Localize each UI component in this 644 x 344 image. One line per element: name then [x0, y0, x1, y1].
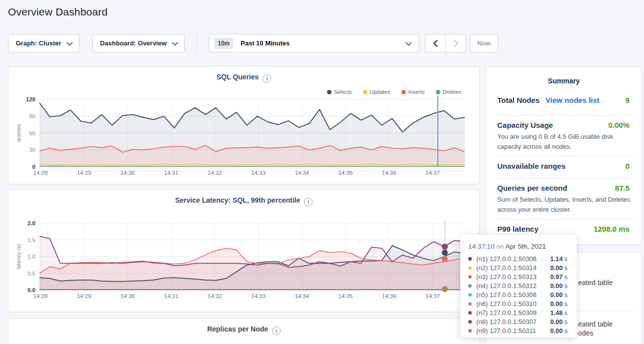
tooltip-node-label: (n8) 127.0.0.1:50307 — [476, 318, 550, 326]
y-tick-label: 30 — [29, 147, 35, 153]
tooltip-value: 0.00 — [550, 291, 563, 299]
x-tick-label: 14:29 — [77, 293, 91, 299]
x-tick-label: 14:36 — [382, 293, 396, 299]
tooltip-value: 0.00 — [550, 282, 563, 290]
series-dot — [468, 275, 472, 279]
graph-scope-dropdown[interactable]: Graph: Cluster — [8, 34, 79, 52]
tooltip-node-label: (n3) 127.0.0.1:50313 — [476, 273, 550, 281]
qps-description: Sum of Selects, Updates, Inserts, and De… — [497, 195, 639, 215]
divider — [497, 115, 634, 115]
tooltip-value: 0.97 — [550, 273, 563, 281]
time-nav-group — [425, 34, 466, 52]
x-tick-label: 14:29 — [77, 170, 91, 176]
tooltip-value: 0.00 — [550, 300, 563, 308]
event-row-fragment: eated table — [578, 320, 613, 328]
event-row-fragment: eated table — [578, 279, 613, 287]
tooltip-value: 1.48 — [550, 309, 563, 317]
p99-latency-row: P99 latency 1208.0 ms — [497, 225, 630, 233]
tooltip-node-label: (n9) 127.0.0.1:50311 — [476, 327, 550, 335]
tooltip-row: (n2) 127.0.0.1:503140.00s — [468, 263, 570, 272]
y-tick-label: 60 — [29, 130, 35, 136]
p99-latency-value: 1208.0 ms — [594, 225, 630, 233]
graph-scope-label: Graph: Cluster — [15, 39, 61, 47]
time-prev-button[interactable] — [425, 34, 445, 52]
x-tick-label: 14:30 — [120, 170, 135, 176]
tooltip-row: (n6) 127.0.0.1:503100.00s — [468, 299, 570, 308]
tooltip-on: on — [496, 243, 504, 250]
y-tick-label: 0.5 — [27, 271, 35, 277]
tooltip-row: (n7) 127.0.0.1:503091.48s — [468, 308, 570, 317]
info-icon[interactable]: i — [272, 327, 281, 335]
tooltip-row: (n4) 127.0.0.1:503120.00s — [468, 281, 570, 290]
x-tick-label: 14:37 — [425, 293, 440, 299]
tooltip-node-label: (n5) 127.0.0.1:50308 — [476, 291, 550, 299]
x-tick-label: 14:34 — [295, 170, 309, 176]
divider — [497, 178, 634, 178]
y-axis-title: latency (s) — [15, 244, 21, 270]
hover-dot — [442, 244, 448, 250]
tooltip-timestamp: 14:37:10 on Apr 5th, 2021 — [468, 243, 570, 250]
time-range-label: Past 10 Minutes — [241, 39, 290, 47]
capacity-description: You are using 0 B of 4.5 GiB usable disk… — [497, 132, 636, 152]
chart-title: Replicas per Node — [207, 325, 268, 333]
tooltip-row: (n5) 127.0.0.1:503080.00s — [468, 290, 570, 299]
x-tick-label: 14:37 — [425, 170, 440, 176]
series-dot — [468, 284, 472, 288]
tooltip-unit: s — [564, 282, 568, 290]
tooltip-value: 0.00 — [550, 264, 563, 272]
x-tick-label: 14:30 — [120, 293, 135, 299]
tooltip-unit: s — [564, 255, 568, 263]
tooltip-date: Apr 5th, 2021 — [505, 243, 546, 250]
tooltip-unit: s — [564, 273, 568, 281]
unavailable-ranges-value: 0 — [626, 162, 630, 170]
replicas-per-node-card: Replicas per Nodei — [8, 319, 480, 344]
now-button[interactable]: Now — [470, 34, 498, 52]
capacity-value: 0.00% — [608, 121, 630, 129]
tooltip-row: (n8) 127.0.0.1:503070.00s — [468, 317, 570, 326]
x-tick-label: 14:33 — [251, 293, 266, 299]
total-nodes-value: 9 — [626, 96, 630, 104]
tooltip-value: 0.00 — [550, 318, 563, 326]
tooltip-unit: s — [564, 291, 568, 299]
y-tick-label: 1.0 — [27, 254, 35, 260]
tooltip-row: (n9) 127.0.0.1:503110.00s — [468, 326, 570, 335]
dashboard-dropdown[interactable]: Dashboard: Overview — [92, 34, 185, 52]
summary-card: Summary Total Nodes View nodes list 9 Ca… — [486, 66, 642, 245]
hover-dot — [442, 256, 448, 262]
tooltip-node-label: (n1) 127.0.0.1:50306 — [476, 255, 550, 263]
tooltip-unit: s — [564, 327, 568, 335]
series-dot — [468, 266, 472, 270]
view-nodes-list-link[interactable]: View nodes list — [546, 96, 600, 104]
total-nodes-label: Total Nodes — [497, 96, 540, 104]
y-tick-label: 90 — [29, 113, 35, 119]
series-dot — [468, 257, 472, 261]
sql-queries-chart-canvas[interactable]: 030609012014:2814:2914:3014:3114:3214:33… — [8, 67, 480, 185]
qps-value: 87.5 — [615, 184, 630, 192]
tooltip-value: 0.00 — [550, 327, 563, 335]
tooltip-unit: s — [564, 318, 568, 326]
tooltip-row: (n3) 127.0.0.1:503130.97s — [468, 272, 570, 281]
sql-queries-card: SQL Queriesi SelectsUpdatesInsertsDelete… — [8, 66, 480, 184]
chart-hover-tooltip: 14:37:10 on Apr 5th, 2021 (n1) 127.0.0.1… — [460, 235, 577, 338]
x-tick-label: 14:35 — [338, 293, 353, 299]
x-tick-label: 14:32 — [208, 293, 222, 299]
time-next-button[interactable] — [445, 34, 466, 52]
chevron-right-icon — [453, 39, 459, 47]
p99-latency-label: P99 latency — [497, 225, 539, 233]
controls-divider — [197, 35, 197, 51]
tooltip-node-label: (n2) 127.0.0.1:50314 — [476, 264, 550, 272]
x-tick-label: 14:31 — [164, 170, 179, 176]
capacity-row: Capacity Usage 0.00% — [497, 121, 630, 129]
time-range-picker[interactable]: 10m Past 10 Minutes — [209, 34, 419, 52]
capacity-label: Capacity Usage — [497, 121, 553, 129]
y-tick-label: 120 — [26, 96, 35, 102]
chevron-down-icon — [172, 39, 178, 46]
y-tick-label: 2.0 — [27, 220, 35, 226]
service-latency-chart-canvas[interactable]: 0.00.51.01.52.014:2814:2914:3014:3114:32… — [8, 190, 480, 313]
series-dot — [468, 293, 472, 297]
x-tick-label: 14:33 — [251, 170, 266, 176]
event-row-fragment: odes — [578, 329, 593, 337]
y-tick-label: 0 — [32, 164, 35, 170]
x-tick-label: 14:31 — [164, 293, 179, 299]
tooltip-value: 1.14 — [550, 255, 563, 263]
